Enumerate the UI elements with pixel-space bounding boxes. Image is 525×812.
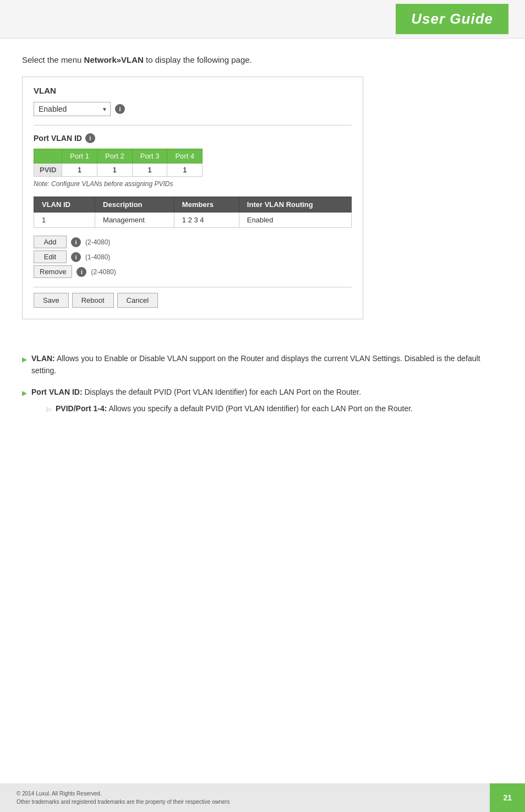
pvid-port4[interactable] bbox=[167, 164, 203, 177]
port-table-pvid-row: PVID bbox=[34, 164, 203, 177]
edit-info-icon[interactable]: i bbox=[71, 252, 81, 262]
vlan-table-container: VLAN ID Description Members Inter VLAN R… bbox=[34, 197, 352, 228]
pvid-port4-input[interactable] bbox=[177, 166, 193, 174]
desc-pvid-sub: ▷ PVID/Port 1-4: Allows you specify a de… bbox=[47, 402, 413, 415]
remove-info-icon[interactable]: i bbox=[76, 267, 86, 277]
vlan-box: VLAN Enabled Disabled ▼ i Port VLAN ID i bbox=[22, 77, 363, 319]
table-row: 1 Management 1 2 3 4 Enabled bbox=[34, 212, 352, 228]
vlan-enabled-select[interactable]: Enabled Disabled bbox=[34, 102, 111, 116]
pvid-port2-input[interactable] bbox=[106, 166, 123, 174]
save-button[interactable]: Save bbox=[34, 293, 69, 308]
port-col-header-3: Port 3 bbox=[132, 149, 167, 164]
port-table-header-row: Port 1 Port 2 Port 3 Port 4 bbox=[34, 149, 203, 164]
divider-1 bbox=[34, 125, 352, 126]
vlan-section-title: VLAN bbox=[34, 86, 352, 95]
pvid-port1[interactable] bbox=[62, 164, 97, 177]
bottom-btn-row: Save Reboot Cancel bbox=[34, 287, 352, 308]
port-note: Note: Configure VLANs before assigning P… bbox=[34, 180, 352, 188]
edit-button[interactable]: Edit bbox=[34, 250, 67, 263]
vlan-dropdown-wrapper[interactable]: Enabled Disabled ▼ bbox=[34, 102, 111, 116]
action-add-item: Add i (2-4080) bbox=[34, 236, 352, 248]
intro-text-before: Select the menu bbox=[22, 55, 84, 64]
desc-port-vlan-text: Port VLAN ID: Displays the default PVID … bbox=[31, 386, 413, 415]
action-edit-item: Edit i (1-4080) bbox=[34, 250, 352, 263]
remove-button[interactable]: Remove bbox=[34, 265, 72, 278]
remove-range: (2-4080) bbox=[91, 268, 116, 276]
footer-page-number: 21 bbox=[490, 783, 525, 812]
desc-pvid-bold: PVID/Port 1-4: bbox=[56, 404, 107, 413]
pvid-port3-input[interactable] bbox=[141, 166, 158, 174]
port-table: Port 1 Port 2 Port 3 Port 4 PVID bbox=[34, 149, 203, 177]
desc-port-vlan: ▶ Port VLAN ID: Displays the default PVI… bbox=[22, 386, 503, 415]
page-content: Select the menu Network»VLAN to display … bbox=[0, 39, 525, 341]
pvid-port3[interactable] bbox=[132, 164, 167, 177]
page-header: User Guide bbox=[0, 0, 525, 39]
vlan-row-desc: Management bbox=[95, 212, 174, 228]
pvid-port2[interactable] bbox=[97, 164, 133, 177]
vlan-row-members: 1 2 3 4 bbox=[174, 212, 239, 228]
desc-port-vlan-body: Displays the default PVID (Port VLAN Ide… bbox=[83, 388, 362, 396]
vlan-row-routing: Enabled bbox=[239, 212, 351, 228]
add-range: (2-4080) bbox=[85, 238, 110, 246]
port-vlan-title-text: Port VLAN ID bbox=[34, 134, 82, 143]
port-vlan-title: Port VLAN ID i bbox=[34, 133, 352, 143]
desc-port-vlan-bold: Port VLAN ID: bbox=[31, 388, 83, 396]
action-remove-item: Remove i (2-4080) bbox=[34, 265, 352, 278]
vlan-col-id: VLAN ID bbox=[34, 197, 95, 212]
action-row: Add i (2-4080) Edit i (1-4080) Remove i … bbox=[34, 236, 352, 278]
bullet-arrow-icon-2: ▶ bbox=[22, 388, 27, 399]
desc-vlan-bold: VLAN: bbox=[31, 354, 55, 363]
menu-path: Network»VLAN bbox=[84, 55, 144, 64]
footer-text: © 2014 Luxul. All Rights Reserved. Other… bbox=[17, 789, 229, 806]
brand-title: User Guide bbox=[396, 4, 508, 34]
pvid-port1-input[interactable] bbox=[72, 166, 88, 174]
vlan-row-id: 1 bbox=[34, 212, 95, 228]
desc-pvid-text: PVID/Port 1-4: Allows you specify a defa… bbox=[56, 402, 413, 415]
desc-vlan-body: Allows you to Enable or Disable VLAN sup… bbox=[31, 354, 480, 375]
page-footer: © 2014 Luxul. All Rights Reserved. Other… bbox=[0, 783, 525, 812]
vlan-col-routing: Inter VLAN Routing bbox=[239, 197, 351, 212]
port-col-header-2: Port 2 bbox=[97, 149, 133, 164]
desc-section: ▶ VLAN: Allows you to Enable or Disable … bbox=[0, 341, 525, 435]
vlan-table: VLAN ID Description Members Inter VLAN R… bbox=[34, 197, 352, 228]
intro-text-after: to display the following page. bbox=[144, 55, 252, 64]
footer-line1: © 2014 Luxul. All Rights Reserved. bbox=[17, 789, 229, 798]
port-col-header-1: Port 1 bbox=[62, 149, 97, 164]
vlan-dropdown-row: Enabled Disabled ▼ i bbox=[34, 102, 352, 116]
vlan-col-members: Members bbox=[174, 197, 239, 212]
desc-vlan-text: VLAN: Allows you to Enable or Disable VL… bbox=[31, 352, 503, 377]
reboot-button[interactable]: Reboot bbox=[72, 293, 114, 308]
edit-range: (1-4080) bbox=[85, 253, 110, 261]
sub-arrow-icon: ▷ bbox=[47, 405, 51, 415]
footer-line2: Other trademarks and registered trademar… bbox=[17, 798, 229, 806]
port-vlan-info-icon[interactable]: i bbox=[85, 133, 95, 143]
add-button[interactable]: Add bbox=[34, 236, 67, 248]
port-vlan-section: Port VLAN ID i Port 1 Port 2 Port 3 Port… bbox=[34, 133, 352, 188]
intro-paragraph: Select the menu Network»VLAN to display … bbox=[22, 55, 503, 64]
port-col-header-4: Port 4 bbox=[167, 149, 203, 164]
port-col-header-empty bbox=[34, 149, 62, 164]
vlan-info-icon[interactable]: i bbox=[115, 104, 125, 114]
bullet-arrow-icon-1: ▶ bbox=[22, 355, 27, 365]
add-info-icon[interactable]: i bbox=[71, 237, 81, 247]
desc-pvid-body: Allows you specify a default PVID (Port … bbox=[107, 404, 413, 413]
desc-vlan: ▶ VLAN: Allows you to Enable or Disable … bbox=[22, 352, 503, 377]
vlan-col-desc: Description bbox=[95, 197, 174, 212]
vlan-table-header-row: VLAN ID Description Members Inter VLAN R… bbox=[34, 197, 352, 212]
cancel-button[interactable]: Cancel bbox=[117, 293, 158, 308]
pvid-label: PVID bbox=[34, 164, 62, 177]
